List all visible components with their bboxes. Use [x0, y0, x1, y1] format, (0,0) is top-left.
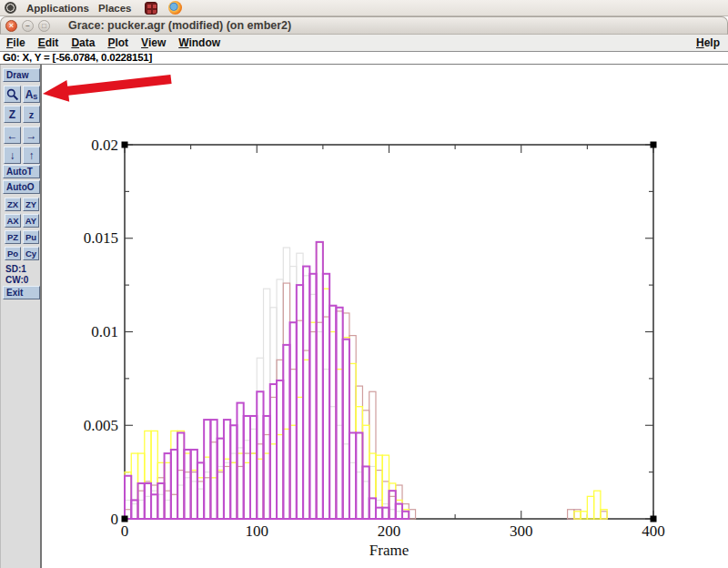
cycle-label: CW:0 — [5, 275, 28, 285]
hist-bar-yellow — [329, 332, 336, 520]
exit-button[interactable]: Exit — [3, 286, 40, 299]
hist-bar-rose — [197, 482, 204, 519]
hist-bar-yellow — [250, 453, 257, 519]
hist-bar-violet — [317, 242, 323, 519]
graph-g0[interactable]: 010020030040000.0050.010.0150.02Frame — [42, 65, 727, 568]
menu-bar: File Edit Data Plot View Window Help — [0, 35, 728, 52]
x-axis-title: Frame — [369, 542, 409, 559]
zy-button[interactable]: ZY — [23, 198, 39, 211]
hist-bar-violet — [323, 274, 329, 519]
zoom-out-button[interactable]: z — [23, 106, 40, 123]
y-tick-label: 0.015 — [84, 229, 118, 247]
window-title: Grace: pucker.agr (modified) (on ember2) — [68, 19, 291, 32]
hist-bar-violet — [382, 508, 389, 519]
hist-bar-yellow — [396, 500, 402, 519]
hist-bar-yellow — [323, 289, 329, 519]
pan-up-button[interactable]: ↑ — [23, 147, 40, 164]
graph-corner-handle[interactable] — [651, 516, 657, 522]
autoscale-button[interactable]: AS — [23, 86, 40, 103]
hist-bar-yellow — [356, 407, 362, 519]
hist-bar-white — [317, 332, 323, 520]
hist-bar-white — [250, 429, 257, 519]
firefox-icon[interactable] — [168, 1, 182, 15]
hist-bar-rose — [290, 370, 297, 519]
x-tick-label: 300 — [510, 522, 533, 540]
hist-bar-yellow — [297, 397, 303, 519]
hist-bar-rose — [303, 350, 309, 519]
zoom-in-button[interactable]: Z — [4, 106, 21, 123]
menu-plot[interactable]: Plot — [101, 36, 135, 49]
hist-bar-violet — [157, 483, 164, 519]
hist-bar-violet — [402, 512, 409, 519]
hist-bar-violet — [230, 425, 237, 519]
hist-bar-violet — [264, 416, 270, 519]
menu-file[interactable]: File — [0, 36, 32, 49]
close-button[interactable]: × — [5, 20, 17, 32]
hist-bar-rose — [277, 360, 283, 519]
hist-bar-yellow — [244, 462, 250, 519]
x-tick-label: 0 — [121, 522, 129, 540]
hist-bar-rose — [171, 494, 177, 519]
hist-bar-violet — [138, 483, 145, 519]
autot-button[interactable]: AutoT — [3, 165, 40, 178]
menu-view[interactable]: View — [135, 36, 172, 49]
places-menu[interactable]: Places — [94, 3, 136, 14]
pan-left-button[interactable]: ← — [4, 127, 21, 144]
graph-corner-handle[interactable] — [651, 142, 657, 148]
pan-down-button[interactable]: ↓ — [4, 147, 21, 164]
hist-bar-white — [138, 500, 145, 519]
pu-button[interactable]: Pu — [23, 230, 39, 244]
zoom-tool-button[interactable] — [4, 86, 21, 103]
hist-bar-rose — [257, 444, 263, 519]
app-grid-icon[interactable] — [145, 2, 157, 15]
hist-bar-yellow — [131, 453, 137, 519]
menu-window[interactable]: Window — [172, 36, 227, 49]
hist-bar-yellow — [224, 459, 230, 519]
hist-bar-yellow — [343, 338, 349, 519]
hist-bar-violet — [277, 380, 283, 519]
hist-bar-violet — [184, 450, 190, 519]
hist-bar-violet — [145, 483, 151, 519]
hist-bar-white — [237, 448, 243, 519]
hist-bar-yellow — [336, 370, 342, 519]
ax-button[interactable]: AX — [5, 214, 21, 228]
draw-button[interactable]: Draw — [3, 68, 40, 82]
applications-menu[interactable]: Applications — [22, 3, 94, 14]
hist-bar-rose — [369, 391, 376, 519]
hist-bar-rose — [264, 435, 270, 519]
hist-bar-rose — [250, 453, 257, 519]
graph-corner-handle[interactable] — [122, 142, 128, 148]
zx-button[interactable]: ZX — [5, 198, 21, 211]
magnifier-icon — [6, 88, 19, 101]
hist-bar-yellow — [382, 455, 389, 519]
pan-right-button[interactable]: → — [23, 127, 40, 144]
hist-bar-yellow — [587, 496, 593, 519]
hist-bar-rose — [184, 472, 190, 519]
graph-corner-handle[interactable] — [122, 516, 128, 522]
po-button[interactable]: Po — [5, 247, 21, 260]
hist-bar-violet — [177, 432, 184, 519]
ay-button[interactable]: AY — [23, 214, 39, 228]
hist-bar-white — [389, 510, 396, 519]
hist-bar-rose — [362, 411, 369, 519]
autoo-button[interactable]: AutoO — [3, 180, 40, 194]
ubuntu-logo-icon[interactable] — [5, 2, 16, 14]
hist-bar-white — [257, 358, 263, 519]
menu-help[interactable]: Help — [688, 36, 728, 49]
minimize-button[interactable]: − — [22, 20, 34, 32]
maximize-button[interactable]: □ — [38, 20, 50, 32]
y-tick-label: 0.01 — [91, 323, 118, 340]
menu-data[interactable]: Data — [65, 36, 101, 49]
cy-button[interactable]: Cy — [23, 247, 39, 260]
window-titlebar: × − □ Grace: pucker.agr (modified) (on e… — [0, 16, 728, 35]
hist-bar-white — [309, 294, 316, 519]
plot-canvas[interactable]: 010020030040000.0050.010.0150.02Frame — [42, 65, 728, 568]
hist-bar-violet — [204, 420, 210, 519]
pz-button[interactable]: PZ — [5, 230, 21, 244]
hist-bar-yellow — [151, 431, 157, 519]
x-tick-label: 200 — [378, 522, 401, 540]
hist-bar-yellow — [210, 478, 217, 519]
menu-edit[interactable]: Edit — [32, 36, 66, 49]
autoscale-label: A — [25, 88, 34, 101]
hist-bar-white — [277, 279, 283, 519]
